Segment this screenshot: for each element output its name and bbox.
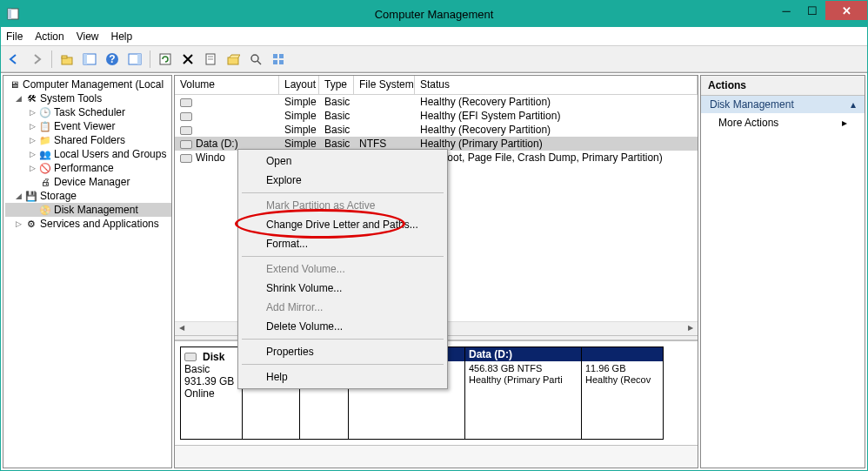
actions-header: Actions — [701, 76, 865, 96]
actions-section[interactable]: Disk Management▴ — [701, 96, 865, 113]
close-button[interactable]: ✕ — [825, 1, 867, 20]
svg-rect-14 — [228, 57, 238, 64]
more-actions[interactable]: More Actions▸ — [701, 113, 865, 132]
rescan-icon[interactable] — [246, 50, 265, 69]
device-icon: 🖨 — [38, 175, 52, 189]
tree-storage[interactable]: ◢💾Storage — [5, 189, 171, 203]
expand-icon[interactable]: ▷ — [28, 161, 37, 175]
minimize-button[interactable]: ─ — [773, 1, 799, 20]
list-header[interactable]: Volume Layout Type File System Status — [175, 76, 698, 95]
event-icon: 📋 — [38, 119, 52, 133]
drive-icon — [180, 112, 192, 121]
ctx-properties[interactable]: Properties — [240, 342, 445, 361]
svg-rect-5 — [83, 54, 87, 64]
volume-row[interactable]: SimpleBasicHealthy (EFI System Partition… — [175, 109, 698, 123]
ctx-delete[interactable]: Delete Volume... — [240, 317, 445, 336]
separator — [242, 192, 444, 193]
tools-icon: 🛠 — [24, 91, 38, 105]
col-layout[interactable]: Layout — [279, 76, 319, 94]
expand-icon[interactable]: ▷ — [28, 119, 37, 133]
title-bar[interactable]: Computer Management ─ ☐ ✕ — [1, 1, 867, 27]
separator — [242, 256, 444, 257]
wizard-icon[interactable] — [269, 50, 288, 69]
tree-root-label: Computer Management (Local — [23, 77, 164, 91]
partition[interactable]: 11.96 GBHealthy (Recov — [582, 347, 664, 440]
partition[interactable]: Data (D:)456.83 GB NTFSHealthy (Primary … — [465, 347, 582, 440]
drive-icon — [180, 98, 192, 107]
tree-label: Local Users and Groups — [54, 147, 166, 161]
ctx-change-drive-letter[interactable]: Change Drive Letter and Paths... — [240, 215, 445, 234]
svg-line-16 — [257, 61, 261, 64]
tree-local-users[interactable]: ▷👥Local Users and Groups — [5, 147, 171, 161]
tree-system-tools[interactable]: ◢🛠System Tools — [5, 91, 171, 105]
folder-icon: 📁 — [38, 133, 52, 147]
maximize-button[interactable]: ☐ — [799, 1, 825, 20]
drive-icon — [184, 353, 197, 361]
tree-label: Services and Applications — [40, 217, 159, 231]
disk-info[interactable]: Disk Basic 931.39 GB Online — [180, 347, 243, 440]
tree-performance[interactable]: ▷🚫Performance — [5, 161, 171, 175]
tree-services[interactable]: ▷⚙Services and Applications — [5, 217, 171, 231]
tree-shared-folders[interactable]: ▷📁Shared Folders — [5, 133, 171, 147]
delete-icon[interactable] — [178, 50, 197, 69]
drive-icon — [180, 154, 192, 163]
menu-view[interactable]: View — [77, 30, 99, 43]
properties-icon[interactable] — [201, 50, 220, 69]
refresh-button[interactable] — [156, 50, 175, 69]
tree-disk-management[interactable]: 📀Disk Management — [5, 203, 171, 217]
collapse-icon[interactable]: ◢ — [14, 189, 23, 203]
legend-bar — [175, 445, 698, 468]
nav-back-button[interactable] — [4, 50, 23, 69]
actions-section-label: Disk Management — [710, 98, 794, 111]
col-type[interactable]: Type — [319, 76, 354, 94]
up-button[interactable] — [57, 50, 77, 69]
expand-icon[interactable]: ▷ — [28, 105, 37, 119]
expand-icon[interactable]: ▷ — [28, 133, 37, 147]
expand-icon[interactable]: ▷ — [14, 217, 23, 231]
ctx-format[interactable]: Format... — [240, 234, 445, 253]
ctx-shrink[interactable]: Shrink Volume... — [240, 279, 445, 298]
svg-rect-3 — [62, 56, 67, 58]
volume-row[interactable]: SimpleBasicHealthy (Recovery Partition) — [175, 123, 698, 137]
tree-task-scheduler[interactable]: ▷🕒Task Scheduler — [5, 105, 171, 119]
expand-icon[interactable]: ▷ — [28, 147, 37, 161]
col-filesystem[interactable]: File System — [354, 76, 415, 94]
ctx-explore[interactable]: Explore — [240, 171, 445, 190]
svg-rect-19 — [273, 60, 277, 64]
disk-label: Disk — [203, 351, 224, 363]
open-icon[interactable] — [224, 50, 243, 69]
disk-state: Online — [184, 387, 238, 400]
collapse-icon[interactable]: ◢ — [14, 91, 23, 105]
context-menu[interactable]: Open Explore Mark Partition as Active Ch… — [237, 149, 448, 389]
users-icon: 👥 — [38, 147, 52, 161]
toolbar: ? — [1, 46, 867, 72]
volume-row[interactable]: SimpleBasicHealthy (Recovery Partition) — [175, 95, 698, 109]
tree-device-manager[interactable]: 🖨Device Manager — [5, 175, 171, 189]
menu-action[interactable]: Action — [35, 30, 63, 43]
tree-root[interactable]: 🖥Computer Management (Local — [5, 77, 171, 91]
ctx-extend: Extend Volume... — [240, 259, 445, 279]
disk-icon: 📀 — [38, 203, 52, 217]
show-hide-action-button[interactable] — [125, 50, 144, 69]
drive-icon — [180, 126, 192, 135]
col-volume[interactable]: Volume — [175, 76, 279, 94]
ctx-open[interactable]: Open — [240, 151, 445, 171]
more-actions-label: More Actions — [718, 117, 778, 129]
tree-pane[interactable]: 🖥Computer Management (Local ◢🛠System Too… — [3, 75, 172, 468]
nav-forward-button[interactable] — [27, 50, 46, 69]
menu-help[interactable]: Help — [111, 30, 133, 43]
svg-rect-9 — [137, 54, 141, 64]
tree-event-viewer[interactable]: ▷📋Event Viewer — [5, 119, 171, 133]
tree-label: Storage — [40, 189, 77, 203]
col-status[interactable]: Status — [415, 76, 698, 94]
menu-bar: File Action View Help — [1, 27, 867, 46]
tree-label: Event Viewer — [54, 119, 115, 133]
mmc-icon: 🖥 — [7, 77, 21, 91]
window-icon — [6, 7, 20, 21]
services-icon: ⚙ — [24, 217, 38, 231]
help-button[interactable]: ? — [103, 50, 122, 69]
ctx-help[interactable]: Help — [240, 367, 445, 387]
clock-icon: 🕒 — [38, 105, 52, 119]
show-hide-tree-button[interactable] — [80, 50, 99, 69]
menu-file[interactable]: File — [6, 30, 23, 43]
